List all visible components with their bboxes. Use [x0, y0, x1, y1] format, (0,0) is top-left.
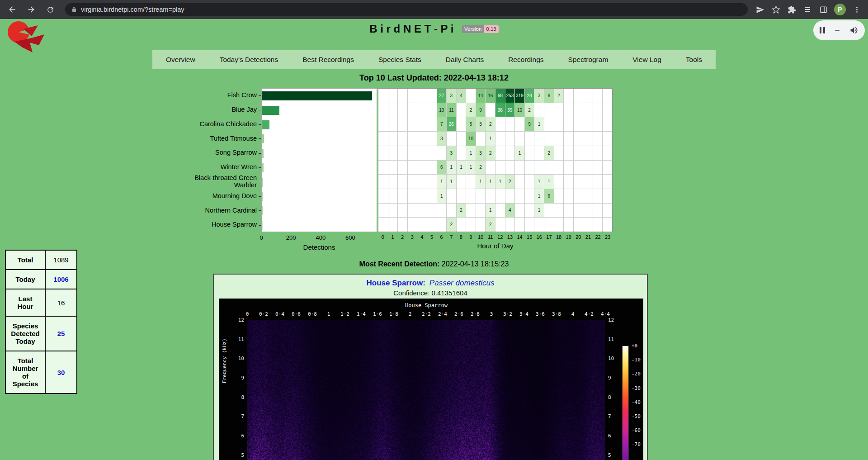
- detection-scientific-name[interactable]: Passer domesticus: [429, 279, 495, 287]
- heatmap-cell: 1: [534, 175, 544, 189]
- version-value: 0.13: [484, 25, 498, 33]
- heatmap-cell: 2: [486, 146, 495, 160]
- nav-item-daily-charts[interactable]: Daily Charts: [434, 56, 496, 64]
- nav-item-tools[interactable]: Tools: [674, 56, 714, 64]
- heatmap-cell: [398, 89, 407, 103]
- profile-avatar[interactable]: P: [834, 4, 846, 15]
- heatmap-cell: [378, 89, 388, 103]
- species-axis-tick: [259, 210, 261, 211]
- heatmap-cell: 1: [515, 146, 524, 160]
- heatmap-cell: [583, 189, 593, 203]
- heatmap-cell: [593, 175, 603, 189]
- detections-bar: [262, 221, 263, 230]
- heatmap-cell: [437, 218, 447, 232]
- bar-chart-panel: [261, 88, 377, 232]
- nav-item-overview[interactable]: Overview: [154, 56, 208, 64]
- menu-dots-icon[interactable]: [852, 5, 862, 14]
- stat-value-link[interactable]: 25: [57, 330, 65, 337]
- extension-list-icon[interactable]: [802, 5, 812, 14]
- heatmap-cell: [583, 218, 593, 232]
- heatmap-cell: [427, 218, 437, 232]
- forward-icon[interactable]: [24, 2, 39, 17]
- detections-bar: [262, 120, 269, 129]
- species-label: Tufted Titmouse: [184, 131, 257, 146]
- nav-item-view-log[interactable]: View Log: [620, 56, 673, 64]
- colorbar-tick: -20: [632, 371, 641, 377]
- heatmap-cell: [408, 204, 417, 218]
- heatmap-cell: 1: [466, 146, 476, 160]
- reload-icon[interactable]: [42, 2, 58, 17]
- spec-time-tick: 0·8: [308, 311, 317, 317]
- side-panel-icon[interactable]: [818, 5, 828, 14]
- heatmap-cell: [398, 146, 407, 160]
- heatmap-cell: 1: [534, 117, 544, 131]
- header: B i r d N E T - P i Version 0.13: [0, 23, 868, 36]
- stats-row: Total Number of Species30: [5, 351, 77, 394]
- volume-icon[interactable]: [849, 26, 859, 35]
- hour-axis-tick: 21: [585, 234, 591, 240]
- heatmap-cell: [534, 132, 544, 146]
- spectrogram-title: House Sparrow: [247, 302, 605, 308]
- nav-item-recordings[interactable]: Recordings: [496, 56, 556, 64]
- heatmap-cell: [583, 204, 593, 218]
- toolbar-actions: P: [755, 4, 863, 15]
- heatmap-cell: 3: [447, 89, 456, 103]
- colorbar-tick: -10: [632, 357, 641, 363]
- heatmap-cell: 1: [457, 161, 466, 175]
- heatmap-cell: 2: [525, 103, 534, 117]
- heatmap-cell: [378, 132, 388, 146]
- send-icon[interactable]: [755, 5, 765, 14]
- heatmap-cell: [505, 132, 515, 146]
- spec-freq-tick: 5: [230, 452, 244, 458]
- heatmap-cell: [525, 175, 534, 189]
- heatmap-cell: 26: [447, 117, 456, 131]
- species-label: Northern Cardinal: [184, 203, 257, 218]
- heatmap-cell: [603, 189, 612, 203]
- heatmap-cell: [388, 132, 398, 146]
- bookmark-star-icon[interactable]: [771, 5, 781, 14]
- heatmap-cell: [603, 175, 612, 189]
- spec-time-tick: 0·4: [275, 311, 284, 317]
- heatmap-cell: 2: [466, 103, 476, 117]
- heatmap-cell: [603, 89, 612, 103]
- detection-common-name[interactable]: House Sparrow:: [367, 279, 425, 287]
- heatmap-cell: [564, 204, 573, 218]
- heatmap-cell: [427, 146, 437, 160]
- spec-time-tick: 3: [490, 311, 493, 317]
- heatmap-cell: [564, 103, 573, 117]
- back-icon[interactable]: [5, 2, 20, 17]
- heatmap-cell: [427, 103, 437, 117]
- pause-icon[interactable]: [820, 27, 825, 33]
- heatmap-cell: 319: [515, 89, 524, 103]
- stat-value-link[interactable]: 30: [57, 369, 65, 376]
- heatmap-cell: [408, 189, 417, 203]
- spec-freq-tick: 6: [230, 433, 244, 439]
- nav-item-species-stats[interactable]: Species Stats: [366, 56, 434, 64]
- extensions-puzzle-icon[interactable]: [787, 5, 797, 14]
- heatmap-cell: 4: [505, 204, 515, 218]
- stat-value-link[interactable]: 1006: [53, 275, 68, 283]
- heatmap-cell: 2: [486, 117, 495, 131]
- heatmap-cell: 2: [505, 175, 515, 189]
- nav-item-spectrogram[interactable]: Spectrogram: [556, 56, 621, 64]
- heatmap-cell: [457, 117, 466, 131]
- spec-time-tick: 2·4: [438, 311, 447, 317]
- audio-player[interactable]: [813, 20, 865, 40]
- heatmap-cell: [437, 146, 447, 160]
- detections-bar: [262, 178, 263, 187]
- heatmap-cell: 9: [476, 103, 486, 117]
- detections-bar: [262, 134, 264, 143]
- heatmap-cell: [457, 132, 466, 146]
- heatmap-cell: [388, 161, 398, 175]
- nav-item-today-s-detections[interactable]: Today's Detections: [208, 56, 291, 64]
- heatmap-cell: [515, 161, 524, 175]
- heatmap-cell: [505, 117, 515, 131]
- nav-item-best-recordings[interactable]: Best Recordings: [290, 56, 366, 64]
- heatmap-cell: 28: [525, 89, 534, 103]
- url-bar[interactable]: virginia.birdnetpi.com/?stream=play: [65, 3, 748, 16]
- heatmap-cell: [398, 175, 407, 189]
- heatmap-cell: [427, 117, 437, 131]
- heatmap-cell: [544, 103, 554, 117]
- hour-axis-tick: 2: [401, 234, 404, 240]
- heatmap-cell: 6: [437, 161, 447, 175]
